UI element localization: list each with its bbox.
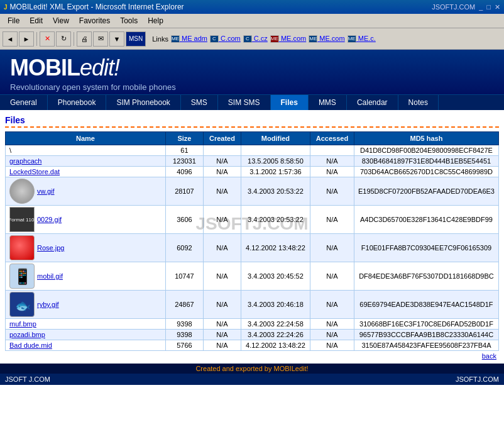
tab-sim-phonebook[interactable]: SIM Phonebook [106,95,180,110]
close-icon[interactable]: ✕ [495,3,500,11]
file-link[interactable]: pozadi.bmp [9,331,45,338]
tab-mms[interactable]: MMS [309,95,347,110]
table-row: Bad dude.mid5766N/A4.12.2002 13:48:22N/A… [6,340,499,351]
mail-dropdown[interactable]: ▼ [109,31,124,47]
menu-file[interactable]: File [3,15,25,26]
cell-md5: 3150E87A458423FAFEE95608F237FB4A [354,340,498,351]
cell-accessed: N/A [310,340,354,351]
file-thumbnail: 📱 [9,264,35,289]
link-mec[interactable]: ME ME.c. [348,35,376,43]
cell-created: N/A [203,291,241,319]
cell-md5: D41D8CD98F00B204E9800998ECF8427E [354,145,498,156]
footer-bar: JSOFT J.COM JSOFTJ.COM [0,374,504,385]
cell-created [203,145,241,156]
menu-edit[interactable]: Edit [25,15,48,26]
cell-created: N/A [203,234,241,262]
back-link[interactable]: back [5,351,499,361]
maximize-icon[interactable]: □ [486,3,491,11]
file-link[interactable]: ryby.gif [37,301,59,308]
cell-modified: 4.12.2002 13:48:22 [241,234,310,262]
menu-bar: File Edit View Favorites Tools Help [0,14,504,28]
section-title: Files [5,113,499,128]
cell-created: N/A [203,319,241,330]
link-meadm[interactable]: ME ME adm [171,35,207,43]
link-ccz[interactable]: C C.cz [243,35,268,43]
file-link[interactable]: vw.gif [37,187,55,195]
file-link[interactable]: graphcach [9,157,41,165]
cell-name: Bad dude.mid [6,340,166,351]
cell-modified: 3.4.2003 22:24:58 [241,319,310,330]
tab-files[interactable]: Files [271,95,309,110]
cell-modified: 3.4.2003 20:45:52 [241,262,310,291]
table-row: graphcach123031N/A13.5.2005 8:58:50N/A83… [6,156,499,167]
cell-md5: DF84EDE3A6BF76F5307DD1181668D9BC [354,262,498,291]
page-content: Files Name Size Created Modified Accesse… [0,110,504,364]
cell-md5: 96577B93CCCBFAA9B1B8C23330A6144C [354,330,498,340]
logo-edit: edit! [80,55,119,81]
file-thumbnail [9,235,35,260]
forward-button[interactable]: ► [19,31,34,47]
minimize-icon[interactable]: _ [479,3,483,11]
cell-name: 🐟 ryby.gif [6,291,166,319]
tab-general[interactable]: General [0,95,48,110]
print-button[interactable]: 🖨 [77,31,92,47]
cell-accessed: N/A [310,291,354,319]
cell-modified: 3.4.2003 20:53:22 [241,206,310,234]
cell-accessed: N/A [310,167,354,177]
tab-notes[interactable]: Notes [398,95,439,110]
tab-calendar[interactable]: Calendar [347,95,398,110]
tab-phonebook[interactable]: Phonebook [48,95,107,110]
cell-size: 9398 [165,319,203,330]
logo-bar: MOBILedit! Revolutionary open system for… [0,50,504,94]
cell-name: graphcach [6,156,166,167]
table-row: muf.bmp9398N/A3.4.2003 22:24:58N/A310668… [6,319,499,330]
menu-favorites[interactable]: Favorites [74,15,115,26]
messenger-button[interactable]: MSN [126,31,146,47]
link-mecom2[interactable]: ME ME.com [309,35,344,43]
col-created: Created [203,132,241,145]
cell-name: vw.gif [6,177,166,206]
nav-tabs: General Phonebook SIM Phonebook SMS SIM … [0,94,504,110]
stop-button[interactable]: ✕ [40,31,55,47]
link-mecom1[interactable]: ME ME.com [270,35,306,43]
logo-mobil: MOBIL [10,55,80,81]
link-ccom[interactable]: C C.com [210,35,241,43]
title-bar: J MOBILedit! XML Export - Microsoft Inte… [0,0,504,14]
cell-modified: 13.5.2005 8:58:50 [241,156,310,167]
menu-help[interactable]: Help [143,15,168,26]
back-button[interactable]: ◄ [3,31,18,47]
cell-size: 123031 [165,156,203,167]
file-link[interactable]: LockedStore.dat [9,168,60,175]
table-row: 🐟 ryby.gif24867N/A3.4.2003 20:46:18N/A69… [6,291,499,319]
refresh-button[interactable]: ↻ [56,31,71,47]
file-link[interactable]: Rose.jpg [37,244,64,252]
table-row: Format 110. 0029.gif3606N/A3.4.2003 20:5… [6,206,499,234]
cell-modified: 3.1.2002 1:57:36 [241,167,310,177]
tab-sim-sms[interactable]: SIM SMS [218,95,271,110]
file-link[interactable]: mobil.gif [37,272,63,280]
cell-created: N/A [203,206,241,234]
table-row: vw.gif28107N/A3.4.2003 20:53:22N/AE195D8… [6,177,499,206]
file-link[interactable]: muf.bmp [9,320,36,328]
tab-sms[interactable]: SMS [181,95,218,110]
cell-modified [241,145,310,156]
col-md5: MD5 hash [354,132,498,145]
cell-md5: E195D8CF07200FB52AFAADED70DEA6E3 [354,177,498,206]
cell-accessed: N/A [310,177,354,206]
file-thumbnail: Format 110. [9,207,35,232]
footer-created-text: Created and exported by MOBILedit! [195,365,308,372]
cell-name: muf.bmp [6,319,166,330]
mail-button[interactable]: ✉ [93,31,108,47]
links-label: Links [152,35,168,43]
menu-view[interactable]: View [48,15,74,26]
file-link[interactable]: Bad dude.mid [9,342,52,349]
cell-name: \ [6,145,166,156]
title-bar-jsoftj: JSOFTJ.COM [432,3,475,11]
col-accessed: Accessed [310,132,354,145]
menu-tools[interactable]: Tools [115,15,143,26]
cell-md5: 830B46841897F31E8D444B1EB5E54451 [354,156,498,167]
file-link[interactable]: 0029.gif [37,216,62,223]
file-thumbnail [9,179,35,204]
svg-text:📱: 📱 [13,267,32,286]
window-title: MOBILedit! XML Export - Microsoft Intern… [10,3,184,11]
